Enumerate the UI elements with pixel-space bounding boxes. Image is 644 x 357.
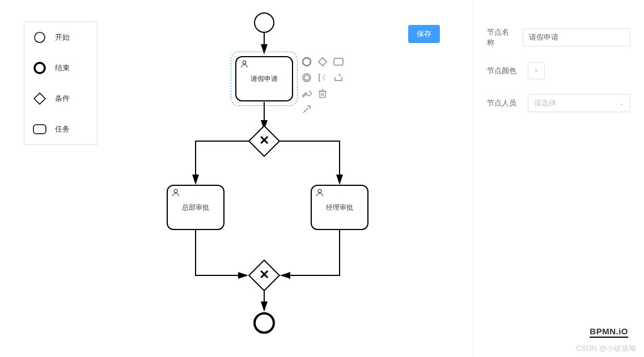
person-select[interactable]: 请选择 ⌄ (528, 94, 630, 112)
svg-text:✕: ✕ (259, 133, 269, 147)
svg-point-12 (255, 313, 274, 333)
append-event-icon[interactable] (300, 56, 313, 68)
svg-point-20 (304, 75, 310, 80)
svg-point-22 (323, 77, 324, 78)
wrench-icon[interactable] (300, 87, 313, 100)
form-row-color: 节点颜色 × (487, 62, 630, 79)
svg-rect-9 (249, 260, 279, 291)
svg-point-15 (318, 189, 321, 193)
color-picker-clear[interactable]: × (528, 62, 545, 79)
node-name-input[interactable] (523, 28, 630, 46)
svg-point-14 (174, 189, 177, 193)
user-icon (171, 188, 180, 199)
svg-point-13 (243, 61, 246, 64)
annotation-icon[interactable] (316, 71, 329, 84)
svg-point-4 (255, 13, 274, 32)
svg-rect-17 (319, 58, 327, 66)
task-node-leave-request[interactable]: 请假申请 (235, 56, 293, 101)
svg-text:✕: ✕ (259, 267, 269, 282)
form-row-person: 节点人员 请选择 ⌄ (487, 94, 630, 112)
diagram-canvas[interactable]: ✕ ✕ 请假申请 总部审批 经理审批 (0, 0, 471, 357)
append-intermediate-icon[interactable] (300, 71, 313, 84)
connect-icon[interactable] (300, 103, 313, 116)
bpmn-logo: BPMN.iO (590, 326, 628, 338)
svg-point-21 (324, 75, 325, 76)
node-person-label: 节点人员 (487, 98, 521, 108)
svg-point-23 (324, 79, 325, 80)
trash-icon[interactable] (316, 87, 329, 100)
svg-point-16 (303, 58, 311, 66)
watermark-text: CSDN @小破孩呦 (576, 343, 636, 354)
svg-rect-7 (249, 126, 279, 156)
save-button[interactable]: 保存 (408, 25, 440, 43)
task-node-manager-approval[interactable]: 经理审批 (311, 185, 368, 230)
context-pad (300, 56, 345, 116)
svg-rect-18 (334, 58, 343, 65)
user-icon (315, 188, 324, 199)
user-icon (240, 60, 249, 70)
node-name-label: 节点名称 (487, 27, 516, 48)
task-node-hq-approval[interactable]: 总部审批 (167, 185, 224, 230)
select-placeholder: 请选择 (534, 98, 556, 108)
replace-icon[interactable] (332, 71, 345, 84)
append-task-icon[interactable] (332, 56, 345, 68)
form-row-name: 节点名称 (487, 27, 630, 48)
properties-panel: 节点名称 节点颜色 × 节点人员 请选择 ⌄ (473, 0, 644, 357)
chevron-down-icon: ⌄ (619, 100, 624, 107)
diagram-svg: ✕ ✕ (0, 0, 471, 357)
append-gateway-icon[interactable] (316, 56, 329, 68)
node-color-label: 节点颜色 (487, 66, 521, 76)
